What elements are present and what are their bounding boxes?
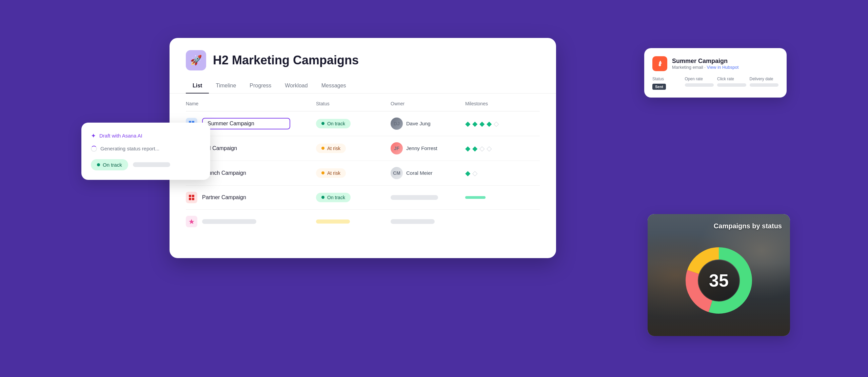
view-in-hubspot-link[interactable]: View in Hubspot bbox=[707, 65, 739, 70]
status-badge-fall: At risk bbox=[316, 144, 346, 153]
svg-rect-7 bbox=[192, 198, 194, 200]
on-track-badge: On track bbox=[91, 159, 128, 170]
milestone-3: ◆ bbox=[479, 120, 485, 128]
milestone-bar bbox=[465, 196, 486, 199]
tab-timeline[interactable]: Timeline bbox=[209, 79, 243, 93]
avatar-coral-img: CM bbox=[391, 167, 403, 179]
milestone-2: ◆ bbox=[472, 120, 477, 128]
main-card: 🚀 H2 Marketing Campaigns List Timeline P… bbox=[170, 38, 556, 258]
table-row: Launch Campaign At risk CM Coral Meier bbox=[186, 161, 540, 186]
milestone-f2: ◆ bbox=[472, 144, 477, 152]
milestone-f3: ◇ bbox=[479, 144, 485, 152]
chart-title: Campaigns by status bbox=[656, 222, 782, 230]
milestone-1: ◆ bbox=[465, 120, 470, 128]
status-summer: On track bbox=[316, 119, 391, 128]
hs-delivery-col: Delivery date bbox=[750, 77, 779, 89]
owner-skeleton-cell bbox=[391, 219, 465, 224]
avatar-dave-img: DJ bbox=[391, 118, 403, 130]
milestones-fall: ◆ ◆ ◇ ◇ bbox=[465, 144, 540, 152]
project-icon: 🚀 bbox=[186, 50, 206, 70]
avatar-jenny-img: JF bbox=[391, 142, 403, 154]
generating-row: Generating status report... bbox=[91, 146, 201, 152]
on-track-dot bbox=[97, 163, 100, 166]
hubspot-card: Summer Campaign Marketing email · View i… bbox=[644, 48, 787, 98]
owner-launch: CM Coral Meier bbox=[391, 167, 465, 179]
col-name: Name bbox=[186, 101, 316, 106]
hs-status-label: Status bbox=[652, 77, 682, 81]
status-skeleton bbox=[316, 219, 350, 224]
hs-click-rate-col: Click rate bbox=[717, 77, 746, 89]
donut-chart: 35 bbox=[682, 243, 756, 318]
table-row: Partner Campaign On track bbox=[186, 186, 540, 210]
milestone-4: ◆ bbox=[487, 120, 492, 128]
milestones-partner bbox=[465, 196, 540, 199]
status-dot-summer bbox=[321, 122, 324, 125]
name-skeleton bbox=[202, 219, 256, 224]
status-badge-summer: On track bbox=[316, 119, 351, 128]
on-track-label: On track bbox=[103, 162, 122, 168]
status-badge-partner: On track bbox=[316, 193, 351, 202]
project-title: H2 Marketing Campaigns bbox=[213, 53, 359, 67]
hs-delivery-label: Delivery date bbox=[750, 77, 779, 81]
donut-center-number: 35 bbox=[709, 270, 729, 291]
status-skeleton-cell bbox=[316, 219, 391, 224]
hubspot-title-group: Summer Campaign Marketing email · View i… bbox=[672, 58, 738, 70]
hs-click-label: Click rate bbox=[717, 77, 746, 81]
ai-card: ✦ Draft with Asana AI Generating status … bbox=[81, 123, 210, 180]
col-milestones: Milestones bbox=[465, 101, 540, 106]
owner-partner-skeleton bbox=[391, 195, 465, 200]
owner-skeleton bbox=[391, 195, 438, 200]
table-row bbox=[186, 210, 540, 233]
draft-with-ai-button[interactable]: ✦ Draft with Asana AI bbox=[91, 132, 201, 140]
main-header: 🚀 H2 Marketing Campaigns bbox=[170, 38, 556, 70]
hs-delivery-skeleton bbox=[750, 83, 779, 87]
hubspot-subtitle: Marketing email · View in Hubspot bbox=[672, 65, 738, 70]
chart-content: Campaigns by status 35 bbox=[648, 214, 790, 336]
milestone-5: ◇ bbox=[494, 120, 499, 128]
milestone-f4: ◇ bbox=[487, 144, 492, 152]
generating-label: Generating status report... bbox=[100, 146, 159, 151]
status-launch: At risk bbox=[316, 168, 391, 178]
svg-rect-5 bbox=[192, 195, 194, 197]
row-icon-star bbox=[186, 216, 197, 227]
hubspot-header: Summer Campaign Marketing email · View i… bbox=[652, 56, 778, 71]
tab-messages[interactable]: Messages bbox=[315, 79, 353, 93]
campaign-table: Name Status Owner Milestones bbox=[170, 96, 556, 233]
hs-open-rate-col: Open rate bbox=[685, 77, 714, 89]
hs-status-value: Sent bbox=[652, 83, 682, 89]
hs-open-label: Open rate bbox=[685, 77, 714, 81]
col-status: Status bbox=[316, 101, 391, 106]
ai-sparkle-icon: ✦ bbox=[91, 132, 96, 140]
status-fall: At risk bbox=[316, 144, 391, 153]
ai-skeleton bbox=[133, 162, 170, 167]
milestone-f1: ◆ bbox=[465, 144, 470, 152]
hs-status-col: Status Sent bbox=[652, 77, 682, 89]
status-partner: On track bbox=[316, 193, 391, 202]
tab-workload[interactable]: Workload bbox=[278, 79, 314, 93]
summer-campaign-input[interactable] bbox=[202, 118, 290, 129]
table-header: Name Status Owner Milestones bbox=[186, 96, 540, 111]
tab-progress[interactable]: Progress bbox=[243, 79, 278, 93]
milestones-launch: ◆ ◇ bbox=[465, 169, 540, 177]
status-dot-fall bbox=[321, 147, 324, 150]
owner-summer: DJ Dave Jung bbox=[391, 118, 465, 130]
hs-open-skeleton bbox=[685, 83, 714, 87]
milestones-summer: ◆ ◆ ◆ ◆ ◇ bbox=[465, 120, 540, 128]
chart-card: Campaigns by status 35 bbox=[648, 214, 790, 336]
draft-ai-label: Draft with Asana AI bbox=[99, 133, 142, 139]
table-inner: Name Status Owner Milestones bbox=[170, 96, 556, 233]
table-row: On track DJ Dave Jung ◆ ◆ ◆ ◆ ◇ bbox=[186, 111, 540, 136]
owner-skeleton-2 bbox=[391, 219, 435, 224]
svg-rect-6 bbox=[189, 198, 191, 200]
avatar-coral: CM bbox=[391, 167, 403, 179]
tab-list[interactable]: List bbox=[186, 79, 209, 93]
status-dot-partner bbox=[321, 196, 324, 199]
row-name-skeleton bbox=[186, 216, 316, 227]
row-icon-partner bbox=[186, 192, 197, 203]
avatar-jenny: JF bbox=[391, 142, 403, 154]
tabs-bar: List Timeline Progress Workload Messages bbox=[170, 79, 556, 93]
status-badge-launch: At risk bbox=[316, 168, 346, 178]
hubspot-logo bbox=[652, 56, 667, 71]
svg-rect-4 bbox=[189, 195, 191, 197]
milestone-l2: ◇ bbox=[472, 169, 477, 177]
